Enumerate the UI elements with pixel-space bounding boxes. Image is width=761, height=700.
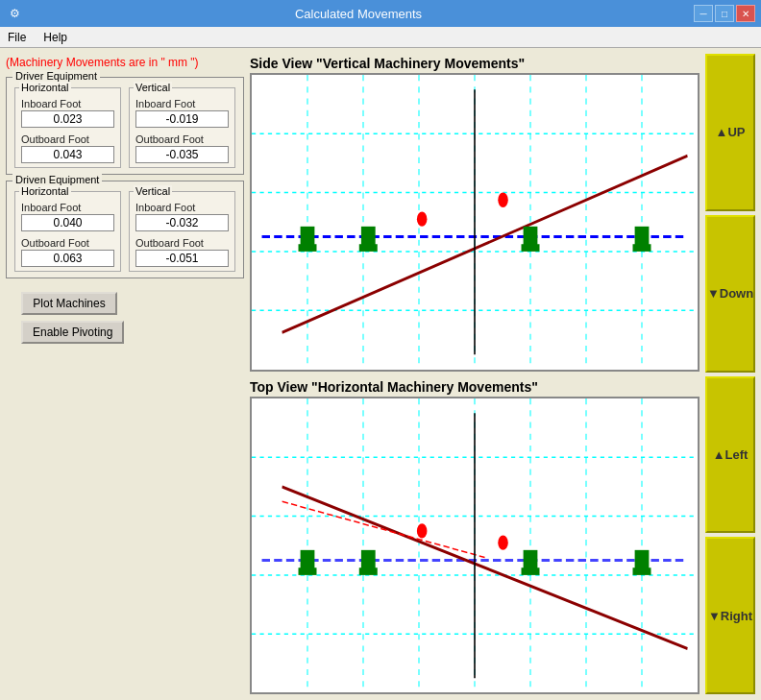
up-label: UP — [727, 125, 745, 139]
side-view-title: Side View "Vertical Machinery Movements" — [250, 54, 700, 73]
driven-axes-row: Horizontal Inboard Foot Outboard Foot Ve… — [14, 191, 235, 272]
menu-file[interactable]: File — [4, 30, 30, 45]
svg-point-47 — [417, 523, 428, 538]
driven-v-outboard-input[interactable] — [135, 250, 229, 267]
svg-line-12 — [282, 156, 688, 332]
svg-rect-42 — [524, 549, 538, 569]
top-view-chart — [250, 397, 700, 695]
up-arrow-icon: ▲ — [716, 125, 728, 139]
menu-help[interactable]: Help — [39, 30, 71, 45]
menu-bar: File Help — [0, 27, 761, 48]
driver-v-outboard-input[interactable] — [135, 146, 229, 163]
driver-h-inboard-input[interactable] — [21, 110, 114, 128]
left-arrow-icon: ▲ — [713, 447, 725, 462]
top-view-title: Top View "Horizontal Machinery Movements… — [250, 377, 700, 397]
driver-horizontal-group: Horizontal Inboard Foot Outboard Foot — [14, 87, 121, 168]
driver-horizontal-label: Horizontal — [19, 82, 71, 93]
driven-v-outboard-label: Outboard Foot — [135, 237, 229, 249]
app-icon: ⚙ — [6, 5, 23, 22]
svg-rect-16 — [359, 244, 378, 252]
svg-rect-44 — [635, 549, 650, 569]
right-panel: Side View "Vertical Machinery Movements" — [250, 54, 755, 694]
plot-machines-button[interactable]: Plot Machines — [21, 292, 117, 315]
svg-line-36 — [282, 486, 688, 648]
svg-rect-38 — [301, 549, 315, 569]
svg-rect-40 — [361, 549, 376, 569]
driver-h-outboard-input[interactable] — [21, 146, 114, 163]
driver-group-label: Driver Equipment — [12, 70, 100, 82]
down-arrow-icon: ▼ — [707, 286, 720, 301]
svg-rect-13 — [301, 227, 315, 247]
minimize-button[interactable]: ─ — [694, 5, 713, 22]
svg-point-23 — [498, 193, 508, 207]
svg-point-48 — [498, 535, 508, 549]
driven-h-inboard-label: Inboard Foot — [21, 202, 114, 213]
driver-h-outboard-label: Outboard Foot — [21, 133, 114, 145]
up-button[interactable]: ▲ UP — [705, 54, 755, 211]
driven-h-outboard-input[interactable] — [21, 250, 114, 267]
down-label: Down — [720, 286, 753, 301]
driver-h-inboard-label: Inboard Foot — [21, 98, 114, 109]
svg-rect-18 — [522, 244, 540, 252]
driver-equipment-group: Driver Equipment Horizontal Inboard Foot… — [6, 77, 244, 175]
svg-point-22 — [417, 212, 428, 227]
driven-h-outboard-label: Outboard Foot — [21, 237, 114, 249]
svg-rect-15 — [361, 227, 376, 247]
driven-v-inboard-input[interactable] — [135, 214, 229, 231]
close-button[interactable]: ✕ — [736, 5, 755, 22]
title-bar: ⚙ Calculated Movements ─ □ ✕ — [0, 0, 761, 27]
notice-text: (Machinery Movements are in " mm ") — [6, 54, 244, 71]
driver-v-inboard-input[interactable] — [135, 110, 229, 128]
svg-rect-19 — [635, 227, 650, 247]
driver-vertical-label: Vertical — [134, 82, 172, 93]
top-view-svg — [252, 398, 698, 693]
driven-horizontal-label: Horizontal — [19, 185, 71, 197]
window-controls: ─ □ ✕ — [694, 5, 755, 22]
driver-v-inboard-label: Inboard Foot — [135, 98, 229, 109]
driven-vertical-label: Vertical — [134, 185, 172, 197]
charts-area: Side View "Vertical Machinery Movements" — [250, 54, 700, 694]
left-panel: (Machinery Movements are in " mm ") Driv… — [6, 54, 244, 694]
left-label: Left — [725, 447, 749, 462]
driven-equipment-group: Driven Equipment Horizontal Inboard Foot… — [6, 181, 244, 278]
svg-rect-14 — [299, 244, 317, 252]
driven-horizontal-group: Horizontal Inboard Foot Outboard Foot — [14, 191, 121, 272]
driven-group-label: Driven Equipment — [12, 174, 102, 185]
right-button[interactable]: ▼ Right — [705, 537, 755, 694]
svg-line-37 — [282, 501, 485, 557]
enable-pivoting-button[interactable]: Enable Pivoting — [21, 321, 124, 344]
svg-rect-43 — [522, 567, 540, 575]
arrows-panel: ▲ UP ▼ Down ▲ Left ▼ Right — [705, 54, 755, 694]
svg-rect-20 — [633, 244, 651, 252]
side-view-svg — [252, 75, 698, 370]
svg-rect-45 — [633, 567, 651, 575]
right-label: Right — [721, 609, 752, 623]
side-view-chart — [250, 73, 700, 372]
window-title: Calculated Movements — [23, 7, 694, 21]
svg-rect-17 — [524, 227, 538, 247]
driver-vertical-group: Vertical Inboard Foot Outboard Foot — [129, 87, 235, 168]
top-view-section: Top View "Horizontal Machinery Movements… — [250, 377, 700, 695]
side-view-section: Side View "Vertical Machinery Movements" — [250, 54, 700, 372]
svg-rect-41 — [359, 567, 378, 575]
driven-h-inboard-input[interactable] — [21, 214, 114, 231]
button-area: Plot Machines Enable Pivoting — [6, 292, 244, 344]
right-arrow-icon: ▼ — [708, 609, 721, 623]
maximize-button[interactable]: □ — [715, 5, 734, 22]
svg-rect-39 — [299, 567, 317, 575]
driver-axes-row: Horizontal Inboard Foot Outboard Foot Ve… — [14, 87, 235, 168]
driver-v-outboard-label: Outboard Foot — [135, 133, 229, 145]
main-content: (Machinery Movements are in " mm ") Driv… — [0, 48, 761, 700]
driven-vertical-group: Vertical Inboard Foot Outboard Foot — [129, 191, 235, 272]
down-button[interactable]: ▼ Down — [705, 215, 755, 373]
left-button[interactable]: ▲ Left — [705, 376, 755, 534]
driven-v-inboard-label: Inboard Foot — [135, 202, 229, 213]
